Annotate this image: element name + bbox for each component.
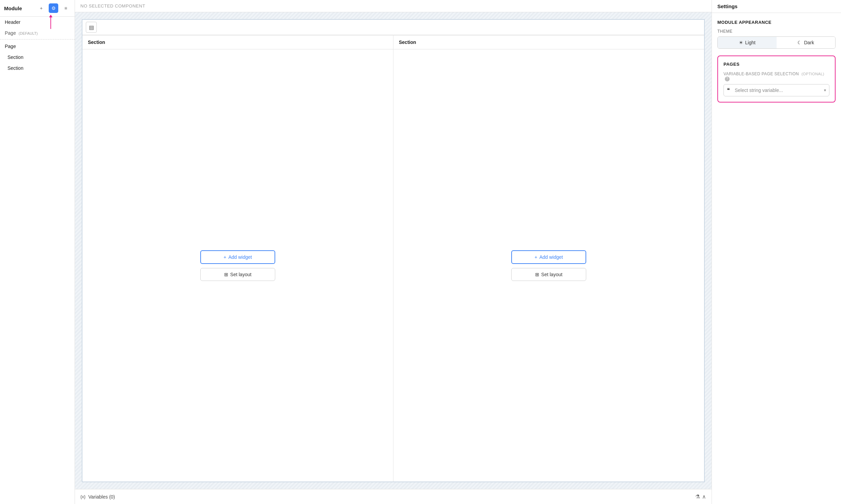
set-layout-button-left[interactable]: ⊞ Set layout	[200, 268, 275, 281]
variables-bar: {x} Variables (0) ⚗ ∧	[75, 489, 712, 504]
add-widget-label-right: Add widget	[539, 254, 563, 260]
add-widget-button-right[interactable]: + Add widget	[511, 250, 586, 264]
sidebar-item-section1[interactable]: Section	[0, 52, 75, 63]
settings-button[interactable]: ⚙	[49, 3, 58, 13]
sidebar-header: Module + ⚙ ≡	[0, 0, 75, 17]
variables-label: Variables (0)	[88, 494, 115, 500]
string-variable-select[interactable]: Select string variable...	[723, 84, 829, 96]
section-panel-right: Section + Add widget ⊞ Set layout	[393, 35, 704, 482]
string-variable-select-wrapper: ❝ Select string variable... ▾	[723, 84, 829, 96]
default-label: (DEFAULT)	[19, 31, 38, 35]
module-appearance-title: MODULE APPEARANCE	[717, 20, 836, 25]
settings-panel: Settings MODULE APPEARANCE THEME ☀ Light…	[712, 0, 841, 504]
page-icon: ▤	[86, 22, 97, 33]
sidebar-item-page[interactable]: Page	[0, 41, 75, 52]
settings-body: MODULE APPEARANCE THEME ☀ Light ☾ Dark P…	[712, 13, 841, 109]
topbar: NO SELECTED COMPONENT	[75, 0, 712, 12]
theme-label: THEME	[717, 29, 836, 34]
pages-section: PAGES VARIABLE-BASED PAGE SELECTION (OPT…	[717, 56, 836, 103]
set-layout-label-left: Set layout	[230, 272, 251, 277]
page-container: ▤ Section + Add widget ⊞ Set layout	[82, 19, 705, 482]
sections-row: Section + Add widget ⊞ Set layout	[82, 35, 704, 482]
theme-toggle: ☀ Light ☾ Dark	[717, 36, 836, 49]
section-body-left: + Add widget ⊞ Set layout	[82, 49, 393, 482]
moon-icon: ☾	[797, 40, 802, 45]
set-layout-button-right[interactable]: ⊞ Set layout	[511, 268, 586, 281]
variable-label: VARIABLE-BASED PAGE SELECTION (OPTIONAL)…	[723, 72, 829, 81]
layout-icon-right: ⊞	[535, 272, 539, 277]
sidebar: Module + ⚙ ≡ Header Page (DEFAULT) Page …	[0, 0, 75, 504]
variables-collapse-button[interactable]: ∧	[702, 493, 706, 500]
optional-label: (OPTIONAL)	[801, 72, 824, 76]
variables-left: {x} Variables (0)	[80, 494, 115, 500]
sidebar-item-section2[interactable]: Section	[0, 63, 75, 74]
list-button[interactable]: ≡	[61, 3, 71, 13]
add-button[interactable]: +	[36, 3, 46, 13]
sidebar-item-header[interactable]: Header	[0, 17, 75, 28]
section-panel-left: Section + Add widget ⊞ Set layout	[82, 35, 393, 482]
canvas-area: ▤ Section + Add widget ⊞ Set layout	[75, 12, 712, 489]
no-component-label: NO SELECTED COMPONENT	[80, 3, 145, 9]
theme-dark-label: Dark	[804, 40, 814, 45]
help-icon[interactable]: ?	[725, 77, 730, 81]
sun-icon: ☀	[739, 40, 743, 45]
section-header-right: Section	[393, 35, 704, 49]
sidebar-item-page-default[interactable]: Page (DEFAULT)	[0, 28, 75, 40]
add-widget-button-left[interactable]: + Add widget	[200, 250, 275, 264]
plus-icon-right: +	[534, 254, 537, 260]
theme-dark-button[interactable]: ☾ Dark	[777, 37, 836, 48]
pages-section-title: PAGES	[723, 62, 829, 67]
page-top-bar: ▤	[82, 20, 704, 35]
main-area: NO SELECTED COMPONENT ▤ Section + Add wi…	[75, 0, 712, 504]
layout-icon-left: ⊞	[224, 272, 228, 277]
variables-icon: {x}	[80, 494, 85, 499]
set-layout-label-right: Set layout	[541, 272, 562, 277]
plus-icon-left: +	[223, 254, 226, 260]
add-widget-label-left: Add widget	[228, 254, 252, 260]
variables-filter-button[interactable]: ⚗	[695, 493, 700, 500]
sidebar-title: Module	[4, 5, 34, 11]
theme-light-button[interactable]: ☀ Light	[718, 37, 777, 48]
theme-light-label: Light	[745, 40, 756, 45]
section-body-right: + Add widget ⊞ Set layout	[393, 49, 704, 482]
section-header-left: Section	[82, 35, 393, 49]
settings-title: Settings	[712, 0, 841, 13]
variables-icons: ⚗ ∧	[695, 493, 706, 500]
